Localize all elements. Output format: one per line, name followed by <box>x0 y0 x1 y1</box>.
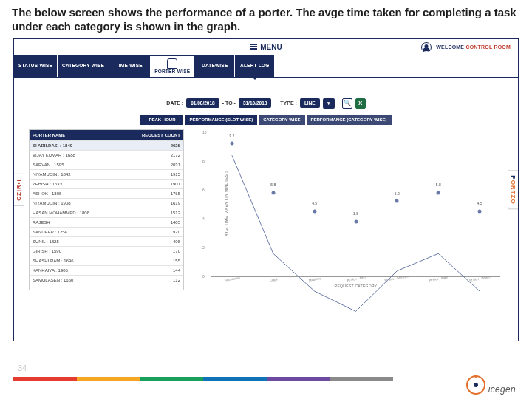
type-label: TYPE : <box>280 100 297 106</box>
page-number: 34 <box>18 364 27 372</box>
tab-label: DATEWISE <box>202 64 228 69</box>
tab-alert-log[interactable]: ALERT LOG <box>235 55 275 77</box>
table-row[interactable]: ASHOK : 18081765 <box>30 188 183 198</box>
porter-icon <box>167 58 177 69</box>
chart-point-label: 4.5 <box>477 201 482 205</box>
chart-point <box>478 210 482 214</box>
table-row[interactable]: NIYAMUDIN : 18421915 <box>30 169 183 179</box>
menu-label: MENU <box>260 43 282 51</box>
date-from-input[interactable]: 01/08/2018 <box>186 98 219 108</box>
content-area: PORTER NAME REQUEST COUNT SI ABILDASI : … <box>29 129 503 290</box>
subtab-3[interactable]: PERFORMANCE (CATEGORY-WISE) <box>307 115 392 125</box>
chart-point <box>395 200 399 203</box>
porter-table: PORTER NAME REQUEST COUNT SI ABILDASI : … <box>29 129 184 290</box>
welcome-text: WELCOME CONTROL ROOM <box>421 42 511 52</box>
chart-ytick: 6 <box>202 188 205 192</box>
table-row[interactable]: SANDEEP : 1254920 <box>30 227 183 236</box>
chart-point-label: 3.8 <box>353 211 358 216</box>
tab-label: STATUS-WISE <box>18 64 52 69</box>
avatar-icon <box>421 42 432 52</box>
date-label: DATE : <box>166 100 183 106</box>
search-icon[interactable]: 🔍 <box>342 98 352 109</box>
table-row[interactable]: HASAN MOHAMMED : 18081512 <box>30 208 183 217</box>
app-frame: CZIR•i PORTZO MENU WELCOME CONTROL ROOM … <box>13 38 519 341</box>
brand-name: icegen <box>488 384 516 395</box>
table-row[interactable]: RAJESH1405 <box>30 217 183 227</box>
tab-status-wise[interactable]: STATUS-WISE <box>14 55 58 77</box>
slide-footer: 34 icegen <box>13 364 519 395</box>
date-to-input[interactable]: 31/10/2018 <box>239 98 272 108</box>
tab-porter-wise[interactable]: PORTER-WISE <box>149 55 195 77</box>
chart-point-label: 5.8 <box>270 183 276 187</box>
chart-point <box>354 219 358 223</box>
table-row[interactable]: SI ABILDASI : 18402625 <box>30 140 183 150</box>
footer-stripes <box>13 377 393 381</box>
chart-point-label: 4.5 <box>312 201 317 205</box>
table-row[interactable]: KANHAIYA : 1906144 <box>30 265 183 275</box>
chart-point <box>271 191 275 194</box>
chart-ytick: 10 <box>202 130 207 134</box>
subtab-0[interactable]: PEAK HOUR <box>140 115 183 125</box>
slide-caption: The below screen shows the performance o… <box>0 0 532 38</box>
table-row[interactable]: GIRISH : 1590170 <box>30 246 183 256</box>
tab-label: ALERT LOG <box>240 64 269 69</box>
excel-export-icon[interactable]: X <box>355 98 366 109</box>
performance-line-chart: AVG. TIME TAKEN ( IN MINUTES ) REQUEST C… <box>211 132 500 277</box>
chart-point-label: 9.2 <box>229 134 234 138</box>
table-row[interactable]: NIYAMUDIN : 19081619 <box>30 198 183 208</box>
brand-logo-icon <box>466 375 485 395</box>
tab-datewise[interactable]: DATEWISE <box>195 55 235 77</box>
chart-type-select[interactable]: LINE <box>300 98 320 108</box>
top-bar: MENU WELCOME CONTROL ROOM <box>14 39 518 55</box>
table-row[interactable]: VIJAY KUMAR : 16882172 <box>30 150 183 160</box>
table-row[interactable]: SUNIL : 1825408 <box>30 236 183 246</box>
subtab-2[interactable]: CATEGORY-WISE <box>259 115 304 125</box>
chart-point-label: 5.2 <box>395 191 400 196</box>
table-row[interactable]: SHASHI RAM : 1696155 <box>30 256 183 265</box>
chart-ytick: 2 <box>202 245 205 250</box>
tab-label: PORTER-WISE <box>154 69 190 75</box>
menu-button[interactable]: MENU <box>250 43 282 51</box>
table-row[interactable]: ZEBISH : 15331901 <box>30 179 183 188</box>
chart-point-label: 5.8 <box>436 183 441 187</box>
tab-time-wise[interactable]: TIME-WISE <box>109 55 149 77</box>
chart-ytick: 8 <box>202 159 205 163</box>
chart-point <box>230 142 233 146</box>
table-header-count: REQUEST COUNT <box>119 130 183 140</box>
page-body: DATE : 01/08/2018 - TO - 31/10/2018 TYPE… <box>14 79 518 341</box>
subtab-1[interactable]: PERFORMANCE (SLOT-WISE) <box>185 115 257 125</box>
tab-label: TIME-WISE <box>116 64 143 69</box>
chart-ytick: 4 <box>202 216 205 221</box>
table-row[interactable]: SARVAN : 15952031 <box>30 160 183 169</box>
tab-label: CATEGORY-WISE <box>62 64 104 69</box>
chart-ytick: 0 <box>202 274 205 279</box>
table-row[interactable]: SAMULASEN : 1650112 <box>30 275 183 284</box>
footer-brand: icegen <box>466 375 516 395</box>
chart-point <box>313 210 316 214</box>
main-tabs: STATUS-WISECATEGORY-WISETIME-WISEPORTER-… <box>14 55 518 78</box>
to-label: - TO - <box>222 100 236 106</box>
tab-category-wise[interactable]: CATEGORY-WISE <box>58 55 109 77</box>
menu-icon <box>250 44 257 50</box>
chart-type-dropdown-toggle[interactable]: ▾ <box>323 98 335 109</box>
chart-point <box>437 191 440 194</box>
filter-bar: DATE : 01/08/2018 - TO - 31/10/2018 TYPE… <box>29 98 503 109</box>
sub-tabs: PEAK HOURPERFORMANCE (SLOT-WISE)CATEGORY… <box>29 115 503 125</box>
table-header-porter: PORTER NAME <box>30 130 119 140</box>
